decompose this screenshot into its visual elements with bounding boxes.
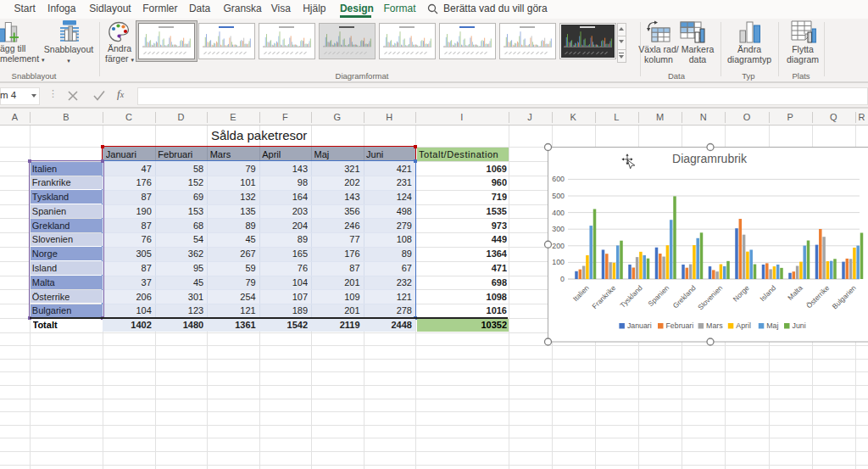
- svg-text:Österrike: Österrike: [804, 283, 831, 310]
- svg-text:400: 400: [552, 208, 565, 216]
- svg-text:Slovenien: Slovenien: [696, 283, 724, 311]
- svg-text:Spanien: Spanien: [646, 283, 670, 308]
- svg-text:200: 200: [552, 241, 565, 249]
- svg-text:600: 600: [552, 175, 565, 183]
- svg-text:Januari: Januari: [627, 321, 652, 330]
- svg-text:0: 0: [560, 275, 565, 283]
- svg-text:500: 500: [552, 192, 565, 200]
- svg-text:Tyskland: Tyskland: [618, 283, 644, 310]
- svg-text:Bulgarien: Bulgarien: [831, 283, 858, 310]
- svg-text:Malta: Malta: [786, 283, 804, 302]
- svg-text:April: April: [736, 321, 751, 330]
- svg-text:Maj: Maj: [766, 321, 778, 330]
- svg-text:Diagramrubrik: Diagramrubrik: [672, 152, 748, 165]
- svg-text:Mars: Mars: [706, 321, 723, 330]
- svg-text:Italien: Italien: [571, 283, 591, 303]
- svg-text:100: 100: [552, 258, 565, 266]
- svg-text:Juni: Juni: [793, 321, 806, 330]
- svg-text:300: 300: [552, 225, 565, 233]
- svg-text:Grekland: Grekland: [671, 283, 698, 310]
- svg-text:Februari: Februari: [666, 321, 694, 330]
- svg-text:Norge: Norge: [732, 283, 751, 303]
- svg-text:Island: Island: [758, 283, 777, 303]
- svg-text:Frankrike: Frankrike: [590, 283, 617, 310]
